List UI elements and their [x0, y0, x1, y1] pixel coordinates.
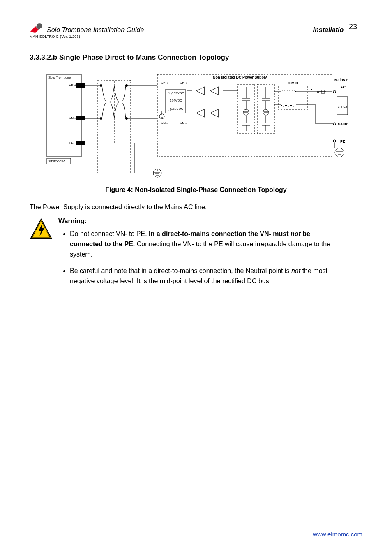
- svg-text:VN -: VN -: [161, 121, 168, 125]
- svg-text:AC: AC: [340, 85, 346, 89]
- svg-point-86: [333, 90, 336, 93]
- svg-text:VP +: VP +: [161, 81, 168, 85]
- warning-item-2: Be careful and note that in a direct-to-…: [70, 266, 362, 287]
- warning-text: Warning: Do not connect VN- to PE. In a …: [58, 217, 362, 293]
- intro-paragraph: The Power Supply is connected directly t…: [30, 204, 362, 211]
- svg-point-90: [333, 123, 336, 125]
- svg-point-54: [243, 109, 249, 115]
- svg-text:324VDC: 324VDC: [170, 99, 182, 102]
- svg-rect-4: [76, 116, 85, 120]
- figure: Solo Trombone VP + VN - PE: [30, 72, 362, 194]
- section-name: Installation: [313, 26, 348, 34]
- svg-text:PE: PE: [69, 141, 74, 145]
- version-line: MAN-SOLTROIG (Ver. 1.203): [30, 35, 362, 39]
- warning-title: Warning:: [58, 217, 362, 225]
- doc-title: Solo Trombone Installation Guide: [47, 26, 144, 34]
- section-heading: 3.3.3.2.b Single-Phase Direct-to-Mains C…: [30, 53, 362, 62]
- warning-electrical-icon: [30, 218, 53, 240]
- svg-text:Mains AC network: Mains AC network: [334, 78, 348, 82]
- warning-item-1: Do not connect VN- to PE. In a direct-to…: [70, 229, 362, 259]
- svg-point-94: [333, 140, 336, 142]
- brand-logo-icon: [30, 23, 44, 35]
- svg-text:Non Isolated DC Power Supply: Non Isolated DC Power Supply: [213, 75, 267, 79]
- warning-block: Warning: Do not connect VN- to PE. In a …: [30, 217, 362, 293]
- svg-text:STRO008A: STRO008A: [48, 160, 66, 163]
- svg-point-96: [335, 148, 344, 157]
- svg-rect-6: [76, 141, 85, 145]
- svg-text:Neutral: Neutral: [338, 122, 348, 126]
- warning-list: Do not connect VN- to PE. In a direct-to…: [64, 229, 362, 287]
- page-header: Solo Trombone Installation Guide Install…: [30, 23, 362, 34]
- page: Solo Trombone Installation Guide Install…: [0, 0, 392, 555]
- figure-caption: Figure 4: Non-Isolated Single-Phase Conn…: [30, 186, 362, 194]
- header-left: Solo Trombone Installation Guide: [30, 23, 144, 34]
- svg-text:PE: PE: [340, 139, 345, 143]
- dg-solo-title: Solo Trombone: [48, 76, 71, 79]
- footer-url[interactable]: www.elmomc.com: [313, 531, 362, 538]
- svg-text:(-)162VDC: (-)162VDC: [168, 107, 183, 111]
- svg-text:VP +: VP +: [69, 83, 76, 87]
- svg-text:VP +: VP +: [180, 81, 187, 85]
- svg-text:(+)162VDC: (+)162VDC: [168, 91, 184, 95]
- page-number: 23: [344, 21, 362, 33]
- svg-text:VN -: VN -: [180, 121, 187, 125]
- svg-rect-25: [157, 74, 332, 157]
- svg-point-66: [263, 109, 269, 115]
- svg-text:VN -: VN -: [69, 116, 76, 120]
- wiring-diagram: Solo Trombone VP + VN - PE: [44, 72, 348, 178]
- section-number: 3.3.3.2.b: [30, 53, 59, 62]
- svg-text:C.M.C: C.M.C: [288, 81, 298, 85]
- svg-rect-2: [76, 83, 85, 88]
- section-title: Single-Phase Direct-to-Mains Connection …: [59, 53, 229, 62]
- svg-text:230VAC: 230VAC: [338, 105, 348, 109]
